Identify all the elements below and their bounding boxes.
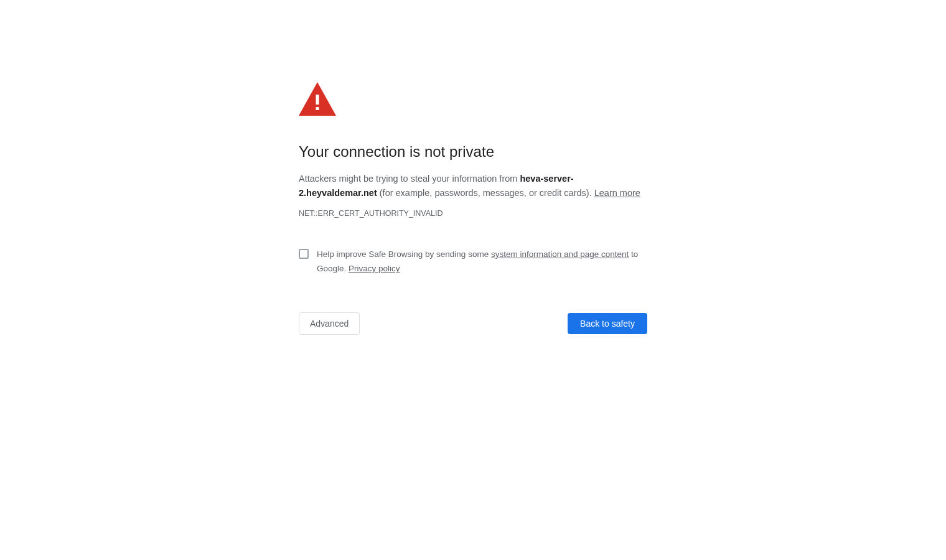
description-suffix: (for example, passwords, messages, or cr… [377, 188, 594, 198]
advanced-button[interactable]: Advanced [299, 312, 360, 335]
ssl-error-interstitial: Your connection is not private Attackers… [299, 0, 647, 335]
optin-checkbox[interactable] [299, 249, 309, 259]
button-row: Advanced Back to safety [299, 312, 647, 335]
error-code: NET::ERR_CERT_AUTHORITY_INVALID [299, 209, 647, 218]
svg-rect-0 [316, 95, 319, 105]
warning-triangle-icon [299, 82, 647, 118]
optin-prefix: Help improve Safe Browsing by sending so… [317, 250, 491, 259]
system-info-link[interactable]: system information and page content [491, 250, 629, 259]
warning-description: Attackers might be trying to steal your … [299, 172, 647, 200]
back-to-safety-button[interactable]: Back to safety [568, 313, 647, 334]
privacy-policy-link[interactable]: Privacy policy [349, 264, 400, 273]
description-prefix: Attackers might be trying to steal your … [299, 174, 520, 184]
page-title: Your connection is not private [299, 143, 647, 161]
learn-more-link[interactable]: Learn more [594, 188, 640, 198]
optin-row: Help improve Safe Browsing by sending so… [299, 248, 647, 276]
optin-label: Help improve Safe Browsing by sending so… [317, 248, 647, 276]
svg-rect-1 [316, 107, 319, 110]
